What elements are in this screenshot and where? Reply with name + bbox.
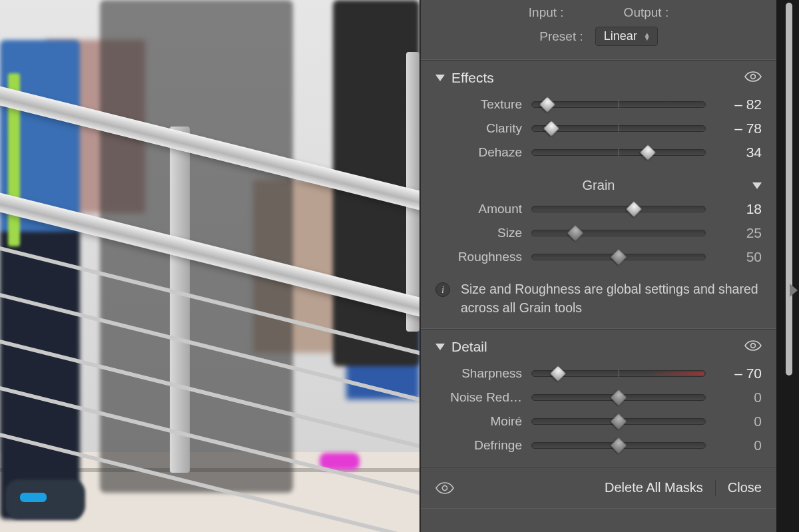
- output-label: Output :: [624, 5, 669, 20]
- preset-select[interactable]: Linear ▲▼: [595, 27, 658, 46]
- grain-info-text: Size and Roughness are global settings a…: [461, 280, 762, 318]
- svg-point-2: [442, 485, 447, 490]
- effects-header[interactable]: Effects: [435, 66, 762, 93]
- scrollbar-thumb[interactable]: [786, 3, 792, 376]
- visibility-eye-icon[interactable]: [744, 71, 762, 82]
- grain-header[interactable]: Grain: [435, 164, 762, 197]
- panel-expand-icon[interactable]: [790, 284, 798, 297]
- grain-title: Grain: [583, 178, 615, 193]
- clarity-row: Clarity – 78: [435, 117, 762, 140]
- grain-roughness-value[interactable]: 50: [715, 249, 762, 265]
- defringe-row: Defringe 0: [435, 433, 762, 457]
- slider-thumb-icon[interactable]: [549, 365, 566, 382]
- effects-title: Effects: [451, 70, 494, 86]
- texture-row: Texture – 82: [435, 93, 762, 117]
- noise-value[interactable]: 0: [715, 390, 762, 405]
- grain-roughness-label: Roughness: [435, 250, 522, 264]
- slider-thumb-icon[interactable]: [567, 224, 583, 241]
- grain-size-label: Size: [435, 226, 522, 240]
- sharpness-label: Sharpness: [435, 366, 522, 381]
- footer-divider: [715, 480, 716, 496]
- slider-thumb-icon[interactable]: [610, 413, 627, 429]
- slider-thumb-icon[interactable]: [610, 248, 627, 265]
- grain-size-row: Size 25: [435, 221, 762, 245]
- moire-slider[interactable]: [531, 418, 706, 425]
- masks-footer: Delete All Masks Close: [421, 467, 776, 509]
- grain-info: i Size and Roughness are global settings…: [435, 269, 762, 319]
- slider-thumb-icon[interactable]: [543, 120, 559, 136]
- grain-amount-value[interactable]: 18: [715, 201, 762, 217]
- defringe-label: Defringe: [435, 438, 522, 453]
- texture-slider[interactable]: [531, 101, 706, 108]
- svg-point-0: [751, 75, 756, 79]
- detail-section: Detail Sharpness – 70 Noise Red… 0 Moi: [421, 329, 776, 467]
- slider-thumb-icon[interactable]: [610, 389, 627, 405]
- updown-icon: ▲▼: [644, 33, 651, 41]
- dehaze-label: Dehaze: [435, 145, 522, 160]
- visibility-eye-icon[interactable]: [744, 340, 762, 351]
- grain-amount-row: Amount 18: [435, 197, 762, 221]
- grain-amount-label: Amount: [435, 202, 522, 216]
- clarity-value[interactable]: – 78: [715, 121, 762, 136]
- preset-label: Preset :: [539, 29, 583, 44]
- curve-io-section: Input : Output : Preset : Linear ▲▼: [421, 0, 776, 60]
- slider-thumb-icon[interactable]: [610, 437, 627, 453]
- noise-slider[interactable]: [531, 394, 706, 401]
- delete-all-masks-button[interactable]: Delete All Masks: [605, 480, 703, 495]
- texture-value[interactable]: – 82: [715, 97, 762, 113]
- sharpness-warning-zone: [646, 372, 704, 376]
- clarity-label: Clarity: [435, 121, 522, 136]
- grain-size-slider[interactable]: [531, 230, 706, 236]
- moire-value[interactable]: 0: [715, 413, 762, 429]
- defringe-slider[interactable]: [531, 442, 706, 449]
- svg-point-1: [751, 343, 756, 348]
- adjustments-panel: Input : Output : Preset : Linear ▲▼ Effe…: [419, 0, 799, 532]
- sharpness-value[interactable]: – 70: [715, 366, 762, 382]
- grain-roughness-slider[interactable]: [531, 254, 706, 260]
- texture-label: Texture: [435, 97, 522, 112]
- disclosure-triangle-icon: [752, 182, 762, 189]
- detail-title: Detail: [451, 339, 487, 355]
- grain-size-value[interactable]: 25: [715, 225, 762, 241]
- close-button[interactable]: Close: [728, 480, 762, 495]
- right-rail: [776, 0, 799, 532]
- sharpness-slider[interactable]: [531, 370, 706, 377]
- moire-row: Moiré 0: [435, 409, 762, 433]
- dehaze-row: Dehaze 34: [435, 140, 762, 164]
- image-preview[interactable]: [0, 0, 419, 532]
- slider-thumb-icon[interactable]: [639, 144, 656, 160]
- dehaze-value[interactable]: 34: [715, 144, 762, 160]
- slider-thumb-icon[interactable]: [539, 96, 556, 113]
- moire-label: Moiré: [435, 414, 522, 429]
- dehaze-slider[interactable]: [531, 149, 706, 156]
- effects-section: Effects Texture – 82 Clarity – 78 Deha: [421, 60, 776, 329]
- clarity-slider[interactable]: [531, 125, 706, 132]
- noise-label: Noise Red…: [435, 390, 522, 405]
- disclosure-triangle-icon: [435, 344, 445, 350]
- input-label: Input :: [529, 5, 564, 20]
- preset-value: Linear: [604, 29, 637, 43]
- defringe-value[interactable]: 0: [715, 437, 762, 453]
- info-icon: i: [435, 282, 450, 297]
- disclosure-triangle-icon: [435, 75, 445, 81]
- visibility-eye-icon[interactable]: [435, 482, 454, 494]
- grain-amount-slider[interactable]: [531, 206, 706, 212]
- detail-header[interactable]: Detail: [435, 335, 762, 362]
- slider-thumb-icon[interactable]: [626, 200, 643, 217]
- sharpness-row: Sharpness – 70: [435, 362, 762, 386]
- grain-roughness-row: Roughness 50: [435, 245, 762, 269]
- noise-row: Noise Red… 0: [435, 386, 762, 409]
